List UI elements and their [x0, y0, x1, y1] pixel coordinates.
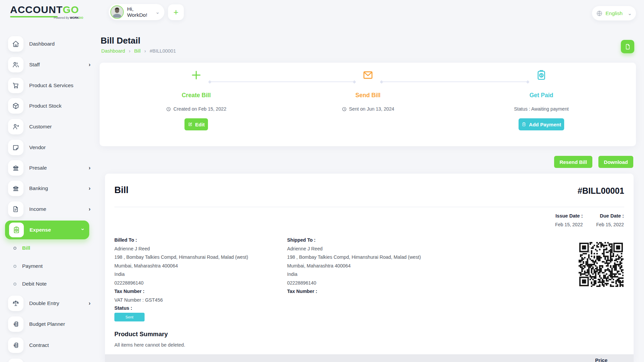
sidebar-item-customer[interactable]: Customer	[8, 119, 93, 134]
add-payment-button[interactable]: $ Add Payment	[519, 118, 564, 130]
coins-dollar-icon: $	[8, 338, 23, 353]
breadcrumb-current: #BILL00001	[150, 48, 176, 54]
svg-text:$: $	[540, 73, 543, 77]
sidebar-item-product-stock[interactable]: Product Stock	[8, 98, 93, 114]
product-summary-note: All items here cannot be deleted.	[114, 342, 185, 348]
sidebar-subitem-bill[interactable]: Bill	[13, 245, 87, 251]
divider	[114, 207, 624, 207]
bank-icon	[8, 181, 23, 196]
svg-text:$: $	[16, 229, 17, 232]
status-label: Status :	[114, 305, 132, 311]
svg-text:$: $	[13, 344, 15, 347]
hidden-icon	[8, 359, 23, 362]
sidebar-item-expense[interactable]: $ Expense ›	[5, 221, 89, 239]
step-get-paid: $ Get Paid Status : Awaiting payment $ A…	[491, 68, 592, 130]
sidebar-item-contract[interactable]: $ Contract	[8, 338, 93, 353]
user-plus-icon	[8, 119, 23, 134]
page-title: Bill Detail	[101, 36, 140, 46]
bullet-icon	[13, 283, 16, 286]
resend-bill-button[interactable]: Resend Bill	[554, 156, 592, 168]
avatar	[110, 5, 124, 19]
sidebar-item-vendor[interactable]: Vendor	[8, 140, 93, 155]
product-summary-title: Product Summary	[114, 330, 168, 338]
sidebar-item-banking[interactable]: Banking ›	[8, 181, 93, 196]
box-icon	[8, 98, 23, 114]
sidebar-item-staff[interactable]: Staff ›	[8, 57, 93, 72]
breadcrumb-separator: ›	[144, 48, 146, 54]
sidebar-subitem-payment[interactable]: Payment	[13, 263, 87, 269]
plus-icon: +	[173, 7, 178, 17]
step-meta: Sent on Jun 13, 2024	[318, 106, 418, 112]
sidebar-item-next-partial[interactable]	[8, 359, 93, 362]
product-table-header: Price	[105, 354, 634, 362]
logo-underline	[10, 16, 58, 17]
clipboard-icon: $	[522, 122, 526, 127]
clipboard-dollar-icon: $	[9, 223, 24, 237]
plus-icon	[146, 68, 247, 82]
receipt-dollar-icon: $	[491, 68, 592, 82]
step-title: Get Paid	[491, 92, 592, 99]
sidebar-item-income[interactable]: Income ›	[8, 201, 93, 217]
step-meta: Status : Awaiting payment	[491, 106, 592, 112]
step-create-bill: Create Bill Created on Feb 15, 2022 Edit	[146, 68, 247, 130]
quick-add-button[interactable]: +	[168, 4, 184, 20]
sidebar-item-dashboard[interactable]: Dashboard	[8, 36, 93, 52]
price-column-header: Price	[595, 357, 607, 362]
file-text-icon	[8, 201, 23, 217]
coins-dollar-icon: $	[8, 316, 23, 332]
logo-text: ACCOUNTGO	[10, 4, 87, 15]
chevron-down-icon: ⌄	[628, 10, 632, 16]
pencil-icon	[188, 122, 193, 127]
bullet-icon	[13, 265, 16, 268]
chevron-down-icon: ›	[79, 228, 86, 230]
issue-date: Issue Date : Feb 15, 2022	[555, 213, 583, 227]
chevron-right-icon: ›	[89, 206, 91, 213]
bullet-icon	[13, 247, 16, 250]
svg-text:$: $	[13, 323, 15, 326]
edit-bill-button[interactable]: Edit	[184, 118, 208, 130]
chevron-right-icon: ›	[89, 61, 91, 68]
bill-heading: Bill	[114, 185, 128, 195]
breadcrumb-bill[interactable]: Bill	[134, 48, 141, 54]
bill-actions: Resend Bill Download	[0, 156, 633, 168]
status-badge: Sent	[114, 313, 145, 321]
chevron-right-icon: ›	[89, 185, 91, 192]
globe-icon	[596, 10, 603, 17]
sidebar-item-budget-planner[interactable]: $ Budget Planner	[8, 316, 93, 332]
language-selector[interactable]: English ⌄	[592, 6, 636, 20]
sidebar-item-product-services[interactable]: Product & Services	[8, 78, 93, 93]
billed-to-block: Billed To : Adrienne J Reed 198 , Bombay…	[114, 237, 275, 306]
breadcrumb-separator: ›	[129, 48, 130, 54]
qr-code	[579, 242, 624, 287]
app-logo[interactable]: ACCOUNTGO Powered By WORKDO	[10, 4, 87, 17]
bill-dates: Issue Date : Feb 15, 2022 Due Date : Feb…	[555, 213, 624, 227]
language-label: English	[605, 10, 623, 16]
chevron-down-icon: ⌄	[155, 9, 160, 15]
breadcrumb: Dashboard › Bill › #BILL00001	[101, 48, 176, 54]
step-send-bill: Send Bill Sent on Jun 13, 2024	[318, 68, 418, 112]
envelope-icon	[318, 68, 418, 82]
step-title: Create Bill	[146, 92, 247, 99]
clock-icon	[342, 107, 347, 112]
note-icon	[8, 140, 23, 155]
bill-progress-card: Create Bill Created on Feb 15, 2022 Edit…	[100, 63, 636, 146]
cart-icon	[8, 78, 23, 93]
bill-detail-card: Bill #BILL00001 Issue Date : Feb 15, 202…	[105, 174, 634, 362]
step-meta: Created on Feb 15, 2022	[146, 106, 247, 112]
breadcrumb-dashboard[interactable]: Dashboard	[101, 48, 125, 54]
shipped-to-block: Shipped To : Adrienne J Reed 198 , Bomba…	[287, 237, 448, 297]
svg-text:$: $	[524, 123, 525, 125]
user-menu[interactable]: Hi, WorkDo! ⌄	[109, 4, 164, 20]
clock-icon	[166, 107, 171, 112]
document-icon	[625, 44, 631, 50]
logo-tagline: Powered By WORKDO	[54, 16, 83, 19]
step-title: Send Bill	[318, 92, 418, 99]
preview-document-button[interactable]	[621, 40, 634, 53]
chevron-right-icon: ›	[89, 300, 91, 307]
scales-icon	[8, 296, 23, 311]
sidebar-item-double-entry[interactable]: Double Entry ›	[8, 296, 93, 311]
bill-number: #BILL00001	[578, 186, 624, 196]
users-icon	[8, 57, 23, 72]
download-button[interactable]: Download	[598, 156, 633, 168]
sidebar-subitem-debit-note[interactable]: Debit Note	[13, 281, 87, 287]
